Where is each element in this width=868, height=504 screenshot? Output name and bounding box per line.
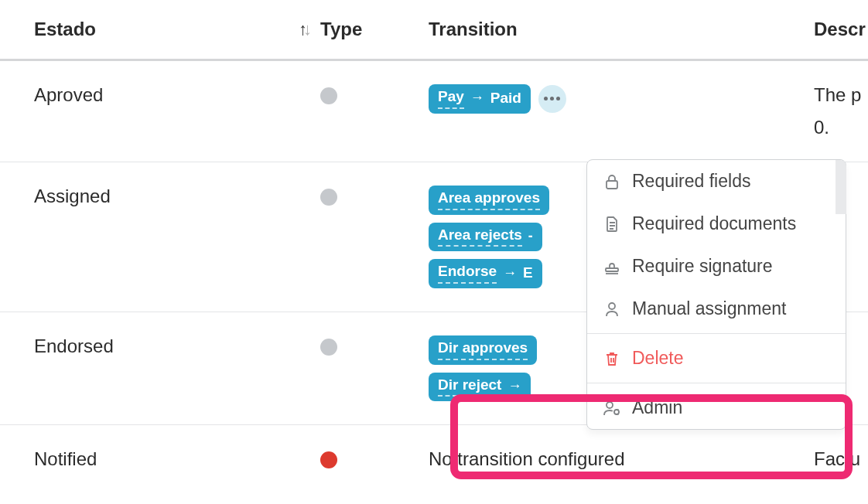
col-header-estado-label: Estado	[34, 19, 96, 40]
svg-rect-0	[607, 181, 617, 189]
sort-icon[interactable]: ↑↓	[299, 19, 308, 39]
cell-description: The p 0.	[814, 84, 868, 138]
transition-from: Area rejects	[438, 226, 522, 247]
menu-label: Require signature	[632, 256, 773, 277]
menu-label: Manual assignment	[632, 298, 786, 319]
svg-point-4	[607, 402, 613, 408]
user-gear-icon	[603, 400, 621, 417]
transition-context-menu: Required fields Required documents Requi…	[586, 159, 846, 430]
no-transition-text: No transition configured	[429, 448, 624, 470]
menu-manual-assignment[interactable]: Manual assignment	[587, 288, 846, 330]
cell-type	[320, 186, 429, 206]
menu-divider	[587, 333, 846, 334]
cell-estado: Aproved	[0, 84, 320, 106]
svg-point-3	[609, 303, 615, 309]
transition-from: Dir reject	[438, 376, 501, 397]
menu-label: Required fields	[632, 171, 750, 192]
col-header-transition[interactable]: Transition	[429, 19, 814, 40]
menu-label: Required documents	[632, 213, 796, 234]
menu-label: Delete	[632, 348, 683, 369]
table-row: Aproved Pay → Paid The p 0.	[0, 61, 868, 162]
col-header-type[interactable]: Type	[320, 19, 429, 40]
type-dot-grey	[320, 87, 337, 104]
transition-from: Dir approves	[438, 339, 528, 360]
menu-required-fields[interactable]: Required fields	[587, 160, 846, 203]
menu-require-signature[interactable]: Require signature	[587, 245, 846, 288]
type-dot-red	[320, 451, 337, 468]
type-dot-grey	[320, 189, 337, 206]
type-dot-grey	[320, 339, 337, 356]
transition-line: Pay → Paid	[429, 84, 566, 114]
cell-transitions: Pay → Paid	[429, 84, 814, 114]
transition-pill[interactable]: Endorse → E	[429, 259, 542, 288]
transition-pill[interactable]: Pay → Paid	[429, 84, 531, 114]
transition-from: Area approves	[438, 189, 540, 210]
menu-delete[interactable]: Delete	[587, 337, 846, 380]
table-header: Estado ↑↓ Type Transition Descr	[0, 0, 868, 61]
cell-estado: Notified	[0, 448, 320, 470]
menu-label: Admin	[632, 397, 682, 418]
lock-icon	[603, 173, 621, 190]
col-header-estado[interactable]: Estado ↑↓	[0, 19, 320, 40]
cell-description: Factu	[814, 448, 868, 470]
arrow-right-icon: →	[507, 377, 521, 395]
col-header-description[interactable]: Descr	[814, 19, 868, 40]
cell-estado: Endorsed	[0, 335, 320, 357]
arrow-right-icon: →	[470, 89, 484, 107]
cell-transitions: No transition configured	[429, 448, 814, 470]
user-icon	[603, 301, 621, 318]
svg-rect-1	[606, 268, 618, 271]
transition-pill[interactable]: Area approves	[429, 186, 549, 215]
table-row: Notified No transition configured Factu	[0, 425, 868, 478]
trash-icon	[603, 350, 621, 367]
arrow-right-icon: →	[503, 264, 517, 282]
scrollbar[interactable]	[836, 160, 846, 214]
menu-required-documents[interactable]: Required documents	[587, 203, 846, 245]
cell-type	[320, 335, 429, 356]
cell-type	[320, 448, 429, 468]
document-icon	[603, 216, 621, 233]
menu-admin[interactable]: Admin	[587, 387, 846, 429]
cell-type	[320, 84, 429, 104]
transition-pill[interactable]: Dir approves	[429, 335, 537, 365]
menu-divider	[587, 383, 846, 383]
transition-pill[interactable]: Dir reject →	[429, 373, 531, 402]
transition-from: Pay	[438, 87, 464, 109]
more-button[interactable]	[538, 85, 566, 113]
transition-pill[interactable]: Area rejects -	[429, 223, 542, 252]
arrow-right-icon: -	[528, 227, 533, 245]
stamp-icon	[603, 258, 621, 275]
transition-from: Endorse	[438, 262, 497, 284]
transition-to: Paid	[490, 89, 521, 108]
transition-to: E	[523, 264, 533, 283]
cell-estado: Assigned	[0, 186, 320, 207]
